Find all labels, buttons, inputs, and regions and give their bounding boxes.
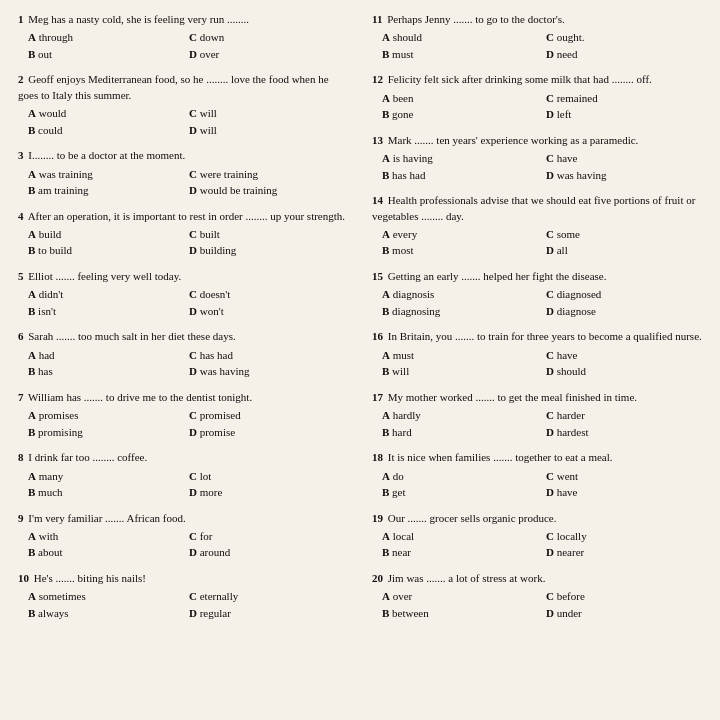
question-text: 5 Elliot ....... feeling very well today… [18, 269, 350, 284]
question-block: 10 He's ....... biting his nails!A somet… [18, 571, 350, 621]
option-item: A build [28, 226, 189, 243]
question-number: 16 [372, 330, 383, 342]
options-row: A diagnosisC diagnosedB diagnosingD diag… [382, 286, 710, 319]
option-item: D will [189, 122, 350, 139]
option-item: D nearer [546, 544, 710, 561]
option-letter: B [28, 546, 35, 558]
option-letter: B [28, 365, 35, 377]
option-item: A over [382, 588, 546, 605]
question-text: 9 I'm very familiar ....... African food… [18, 511, 350, 526]
options-row: A wouldC willB couldD will [28, 105, 350, 138]
option-item: D hardest [546, 424, 710, 441]
question-number: 3 [18, 149, 24, 161]
option-item: B am training [28, 182, 189, 199]
option-letter: B [28, 184, 35, 196]
option-item: A would [28, 105, 189, 122]
question-text: 11 Perhaps Jenny ....... to go to the do… [372, 12, 710, 27]
question-block: 9 I'm very familiar ....... African food… [18, 511, 350, 561]
option-letter: D [546, 244, 554, 256]
option-letter: C [189, 228, 197, 240]
option-letter: A [382, 288, 390, 300]
option-item: C went [546, 468, 710, 485]
option-item: B will [382, 363, 546, 380]
question-text: 8 I drink far too ........ coffee. [18, 450, 350, 465]
option-letter: C [189, 168, 197, 180]
question-text: 20 Jim was ....... a lot of stress at wo… [372, 571, 710, 586]
option-item: D was having [546, 167, 710, 184]
option-item: B to build [28, 242, 189, 259]
option-letter: B [382, 426, 389, 438]
options-row: A is havingC haveB has hadD was having [382, 150, 710, 183]
options-row: A manyC lotB muchD more [28, 468, 350, 501]
question-text: 17 My mother worked ....... to get the m… [372, 390, 710, 405]
option-item: A diagnosis [382, 286, 546, 303]
option-letter: B [382, 365, 389, 377]
option-item: B about [28, 544, 189, 561]
option-letter: A [28, 168, 36, 180]
option-item: C ought. [546, 29, 710, 46]
option-letter: B [382, 48, 389, 60]
options-row: A shouldC ought.B mustD need [382, 29, 710, 62]
option-item: C eternally [189, 588, 350, 605]
option-item: D building [189, 242, 350, 259]
option-letter: C [189, 470, 197, 482]
question-text: 19 Our ....... grocer sells organic prod… [372, 511, 710, 526]
option-item: B near [382, 544, 546, 561]
option-letter: B [382, 305, 389, 317]
question-number: 6 [18, 330, 24, 342]
option-letter: C [189, 409, 197, 421]
option-letter: D [189, 305, 197, 317]
question-text: 14 Health professionals advise that we s… [372, 193, 710, 224]
options-row: A throughC downB outD over [28, 29, 350, 62]
question-block: 13 Mark ....... ten years' experience wo… [372, 133, 710, 183]
option-item: B between [382, 605, 546, 622]
option-item: C some [546, 226, 710, 243]
right-column: 11 Perhaps Jenny ....... to go to the do… [360, 8, 720, 712]
option-item: B get [382, 484, 546, 501]
option-letter: A [382, 349, 390, 361]
option-letter: D [189, 607, 197, 619]
question-number: 2 [18, 73, 24, 85]
option-item: D under [546, 605, 710, 622]
question-number: 20 [372, 572, 383, 584]
option-letter: C [189, 349, 197, 361]
option-letter: D [546, 169, 554, 181]
option-letter: D [189, 486, 197, 498]
question-block: 18 It is nice when families ....... toge… [372, 450, 710, 500]
question-text: 10 He's ....... biting his nails! [18, 571, 350, 586]
question-block: 16 In Britain, you ....... to train for … [372, 329, 710, 379]
option-letter: D [546, 48, 554, 60]
option-letter: C [546, 228, 554, 240]
option-letter: A [382, 92, 390, 104]
option-item: C harder [546, 407, 710, 424]
option-item: C were training [189, 166, 350, 183]
option-letter: C [189, 107, 197, 119]
option-item: A is having [382, 150, 546, 167]
option-letter: C [189, 288, 197, 300]
options-row: A localC locallyB nearD nearer [382, 528, 710, 561]
options-row: A hadC has hadB hasD was having [28, 347, 350, 380]
option-item: A hardly [382, 407, 546, 424]
option-item: D around [189, 544, 350, 561]
question-text: 2 Geoff enjoys Mediterranean food, so he… [18, 72, 350, 103]
option-letter: C [546, 590, 554, 602]
question-number: 10 [18, 572, 29, 584]
option-item: B has [28, 363, 189, 380]
option-letter: B [382, 244, 389, 256]
question-number: 5 [18, 270, 24, 282]
question-number: 1 [18, 13, 24, 25]
option-letter: A [382, 31, 390, 43]
option-letter: C [546, 470, 554, 482]
options-row: A everyC someB mostD all [382, 226, 710, 259]
option-letter: D [546, 607, 554, 619]
option-item: C built [189, 226, 350, 243]
option-item: A was training [28, 166, 189, 183]
option-item: A through [28, 29, 189, 46]
question-block: 11 Perhaps Jenny ....... to go to the do… [372, 12, 710, 62]
options-row: A withC forB aboutD around [28, 528, 350, 561]
question-block: 15 Getting an early ....... helped her f… [372, 269, 710, 319]
option-item: A sometimes [28, 588, 189, 605]
option-item: D have [546, 484, 710, 501]
question-number: 14 [372, 194, 383, 206]
option-item: D won't [189, 303, 350, 320]
